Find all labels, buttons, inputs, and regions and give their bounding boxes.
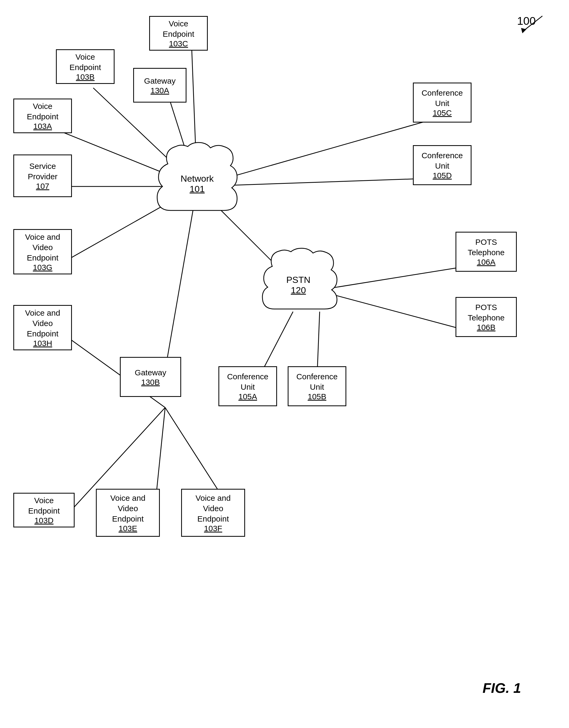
- ref-arrow: [516, 13, 548, 35]
- node-107: ServiceProvider 107: [13, 154, 72, 197]
- network-label: Network 101: [181, 173, 214, 194]
- node-130a: Gateway 130A: [133, 68, 186, 103]
- node-105b: ConferenceUnit 105B: [288, 366, 346, 406]
- node-103c: Voice Endpoint 103C: [149, 16, 208, 51]
- pstn-label: PSTN 120: [286, 275, 311, 295]
- svg-line-18: [524, 16, 542, 31]
- figure-label: FIG. 1: [483, 680, 521, 696]
- connection-lines: [0, 0, 569, 728]
- node-103e: Voice andVideoEndpoint 103E: [96, 489, 160, 537]
- node-103f: Voice andVideoEndpoint 103F: [181, 489, 245, 537]
- node-130b: Gateway 130B: [120, 357, 181, 397]
- pstn-cloud: PSTN 120: [256, 248, 341, 322]
- diagram: 100 Network 101 PSTN 120 Voice Endpoint …: [0, 0, 569, 728]
- node-106a: POTSTelephone 106A: [456, 232, 517, 272]
- node-103d: Voice Endpoint 103D: [13, 493, 75, 527]
- node-106b: POTSTelephone 106B: [456, 297, 517, 337]
- node-105c: ConferenceUnit 105C: [413, 83, 472, 123]
- network-cloud: Network 101: [149, 141, 245, 226]
- node-103b: Voice Endpoint 103B: [56, 49, 115, 84]
- node-103a: Voice Endpoint 103A: [13, 99, 72, 133]
- node-105d: ConferenceUnit 105D: [413, 145, 472, 185]
- node-103g: Voice andVideoEndpoint 103G: [13, 229, 72, 274]
- node-105a: ConferenceUnit 105A: [218, 366, 277, 406]
- node-103h: Voice andVideoEndpoint 103H: [13, 305, 72, 350]
